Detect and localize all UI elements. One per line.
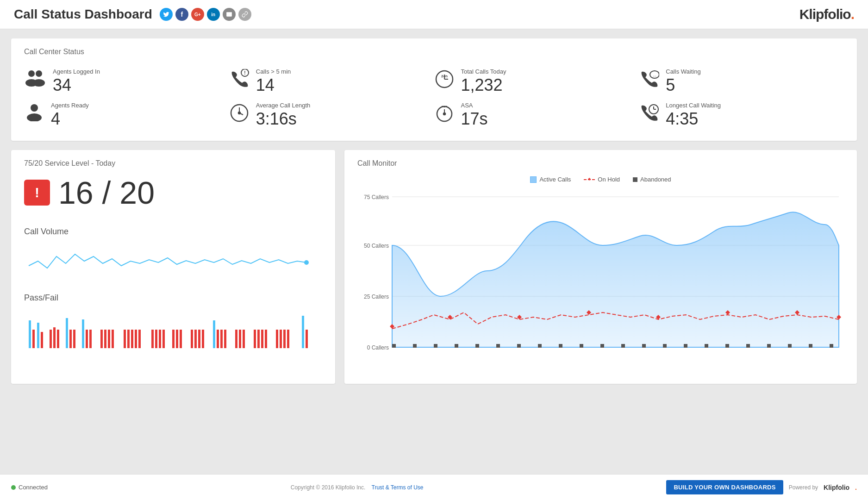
status-grid: Agents Logged In 34 ! Calls > 5 min 14 xyxy=(24,64,844,131)
asa-label: ASA xyxy=(461,102,488,109)
footer-right: BUILD YOUR OWN DASHBOARDS Powered by Kli… xyxy=(666,480,857,494)
svg-rect-49 xyxy=(151,330,154,348)
status-item-avg-call: Average Call Length 3:16s xyxy=(229,98,434,132)
svg-rect-62 xyxy=(220,330,223,348)
status-text-agents-logged-in: Agents Logged In 34 xyxy=(53,68,100,94)
svg-rect-44 xyxy=(124,330,126,348)
asa-value: 17s xyxy=(461,110,488,128)
pass-fail-label: Pass/Fail xyxy=(24,293,322,303)
call-monitor-chart-container: 75 Callers 50 Callers 25 Callers 0 Calle… xyxy=(357,188,844,375)
svg-rect-40 xyxy=(100,330,103,348)
terms-link[interactable]: Trust & Terms of Use xyxy=(372,484,424,491)
legend-on-hold: On Hold xyxy=(584,176,620,183)
status-item-calls-5min: ! Calls > 5 min 14 xyxy=(229,64,434,98)
svg-rect-108 xyxy=(705,344,708,348)
calls-waiting-label: Calls Waiting xyxy=(666,68,700,75)
svg-rect-69 xyxy=(261,330,263,348)
svg-rect-37 xyxy=(82,319,84,348)
svg-rect-41 xyxy=(104,330,106,348)
svg-rect-38 xyxy=(86,330,88,348)
svg-rect-30 xyxy=(41,332,43,348)
svg-rect-113 xyxy=(809,344,812,348)
svg-rect-76 xyxy=(306,330,308,348)
header-left: Call Status Dashboard f G+ in xyxy=(14,7,251,22)
facebook-icon[interactable]: f xyxy=(175,8,188,21)
call-volume-label: Call Volume xyxy=(24,227,322,237)
svg-rect-52 xyxy=(162,330,165,348)
svg-rect-75 xyxy=(302,316,304,348)
svg-point-3 xyxy=(33,79,45,87)
svg-rect-66 xyxy=(243,330,245,348)
svg-rect-70 xyxy=(265,330,267,348)
legend-onhold-label: On Hold xyxy=(598,176,620,183)
link-icon[interactable] xyxy=(238,8,251,21)
svg-rect-68 xyxy=(257,330,260,348)
status-item-agents-ready: Agents Ready 4 xyxy=(24,98,229,132)
svg-text:25 Callers: 25 Callers xyxy=(364,294,389,300)
chart-legend: Active Calls On Hold Abandoned xyxy=(357,176,844,183)
svg-text:0 Callers: 0 Callers xyxy=(367,344,389,351)
svg-rect-57 xyxy=(194,330,197,348)
svg-rect-56 xyxy=(191,330,193,348)
svg-point-17 xyxy=(238,112,240,114)
pass-fail-chart xyxy=(24,306,311,353)
email-icon[interactable] xyxy=(223,8,236,21)
svg-rect-31 xyxy=(50,330,52,348)
legend-active-calls: Active Calls xyxy=(530,176,571,183)
svg-rect-97 xyxy=(475,344,479,348)
svg-rect-99 xyxy=(517,344,521,348)
svg-rect-64 xyxy=(235,330,237,348)
call-center-status-title: Call Center Status xyxy=(24,48,844,56)
build-dashboard-button[interactable]: BUILD YOUR OWN DASHBOARDS xyxy=(666,480,783,494)
svg-text:!: ! xyxy=(244,70,245,75)
svg-rect-101 xyxy=(559,344,562,348)
avg-call-icon xyxy=(229,103,250,126)
svg-rect-104 xyxy=(621,344,625,348)
asa-icon xyxy=(434,103,455,126)
call-monitor-svg: 75 Callers 50 Callers 25 Callers 0 Calle… xyxy=(357,188,843,373)
svg-rect-34 xyxy=(66,318,68,348)
svg-rect-61 xyxy=(217,330,219,348)
svg-rect-74 xyxy=(287,330,289,348)
status-item-total-calls: 24h Total Calls Today 1,232 xyxy=(434,64,639,98)
klipfolio-logo: Klipfolio. xyxy=(799,6,854,22)
svg-rect-94 xyxy=(413,344,417,348)
agents-logged-in-label: Agents Logged In xyxy=(53,68,100,75)
svg-point-0 xyxy=(28,70,35,77)
agents-logged-in-value: 34 xyxy=(53,76,100,94)
agents-ready-value: 4 xyxy=(51,110,89,128)
svg-rect-95 xyxy=(434,344,437,348)
call-monitor-card: Call Monitor Active Calls On Hold Abando… xyxy=(344,150,857,384)
svg-point-1 xyxy=(36,70,42,77)
svg-rect-36 xyxy=(73,330,75,348)
svg-rect-42 xyxy=(108,330,110,348)
legend-abandoned-color xyxy=(633,177,637,182)
twitter-icon[interactable] xyxy=(160,8,173,21)
longest-call-value: 4:35 xyxy=(666,110,721,128)
svg-rect-28 xyxy=(32,330,35,348)
svg-rect-27 xyxy=(29,320,31,348)
svg-rect-35 xyxy=(69,330,72,348)
call-center-status-card: Call Center Status Agents Logged In 34 xyxy=(11,38,857,141)
svg-rect-50 xyxy=(155,330,157,348)
alert-icon: ! xyxy=(24,180,50,206)
linkedin-icon[interactable]: in xyxy=(207,8,220,21)
calls-5min-icon: ! xyxy=(229,69,250,92)
svg-rect-47 xyxy=(135,330,137,348)
svg-rect-63 xyxy=(224,330,226,348)
google-icon[interactable]: G+ xyxy=(191,8,204,21)
avg-call-value: 3:16s xyxy=(256,110,311,128)
legend-active-label: Active Calls xyxy=(539,176,571,183)
footer-copyright: Copyright © 2016 Klipfolio Inc. Trust & … xyxy=(291,484,424,491)
svg-point-22 xyxy=(443,113,445,115)
svg-rect-60 xyxy=(213,320,215,348)
svg-text:...: ... xyxy=(653,73,656,77)
svg-rect-109 xyxy=(725,344,729,348)
svg-text:75 Callers: 75 Callers xyxy=(364,194,389,200)
svg-text:50 Callers: 50 Callers xyxy=(364,243,389,249)
svg-rect-29 xyxy=(37,323,39,348)
avg-call-label: Average Call Length xyxy=(256,102,311,109)
svg-rect-55 xyxy=(180,330,182,348)
svg-rect-53 xyxy=(172,330,175,348)
svg-rect-96 xyxy=(455,344,458,348)
